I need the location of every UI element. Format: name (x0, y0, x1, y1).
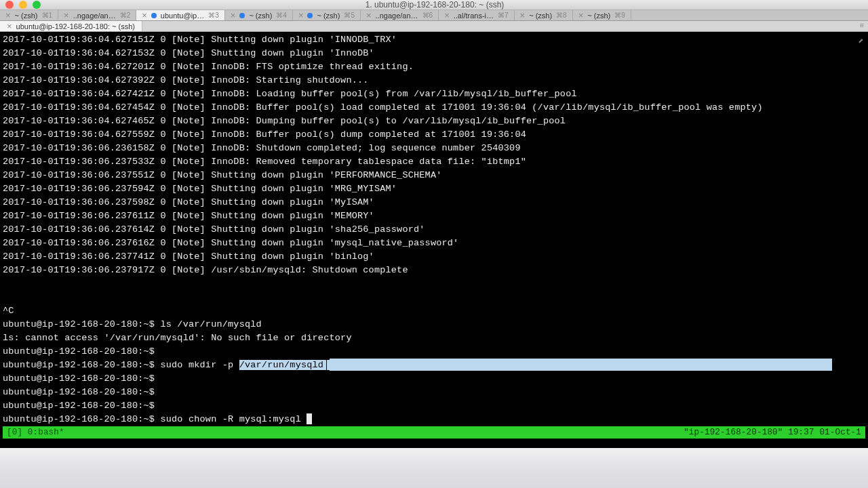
terminal-line (3, 291, 865, 304)
tab-shortcut: ⌘9 (614, 12, 625, 19)
terminal-line: 2017-10-01T19:36:06.237594Z 0 [Note] Shu… (3, 182, 865, 196)
terminal-padding (3, 439, 865, 447)
terminal-line: ubuntu@ip-192-168-20-180:~$ (3, 386, 865, 399)
terminal-current-line[interactable]: ubuntu@ip-192-168-20-180:~$ sudo chown -… (3, 413, 865, 426)
sub-tab-active[interactable]: × ubuntu@ip-192-168-20-180: ~ (ssh) (0, 21, 142, 31)
tab-shortcut: ⌘8 (556, 12, 567, 19)
terminal-line: 2017-10-01T19:36:04.627559Z 0 [Note] Inn… (3, 128, 865, 142)
terminal-line: 2017-10-01T19:36:06.237533Z 0 [Note] Inn… (3, 155, 865, 169)
terminal-line: 2017-10-01T19:36:06.237917Z 0 [Note] /us… (3, 264, 865, 277)
tab-shortcut: ⌘2 (120, 12, 131, 19)
terminal-line: 2017-10-01T19:36:04.627465Z 0 [Note] Inn… (3, 115, 865, 128)
activity-dot-icon (151, 13, 157, 18)
close-icon[interactable]: × (5, 10, 11, 20)
status-left: [0] 0:bash* (7, 426, 64, 439)
tab-label: ~ (zsh) (15, 12, 38, 20)
window-title: 1. ubuntu@ip-192-168-20-180: ~ (ssh) (7, 0, 863, 9)
terminal-line: 2017-10-01T19:36:06.237614Z 0 [Note] Shu… (3, 223, 865, 237)
tab-shortcut: ⌘6 (422, 12, 433, 19)
tab-label: ~ (zsh) (249, 12, 272, 20)
terminal-line: 2017-10-01T19:36:06.237598Z 0 [Note] Shu… (3, 196, 865, 209)
close-icon[interactable]: × (366, 10, 372, 20)
terminal-line: 2017-10-01T19:36:06.237616Z 0 [Note] Shu… (3, 237, 865, 250)
more-icon[interactable]: ≡ (856, 21, 868, 31)
terminal-tab-5[interactable]: ×~ (zsh)⌘5 (293, 10, 361, 20)
terminal-line: 2017-10-01T19:36:06.237741Z 0 [Note] Shu… (3, 250, 865, 264)
selected-text: /var/run/mysqld (239, 360, 324, 370)
tab-label: ubuntu@ip… (161, 12, 204, 20)
terminal-line: ubuntu@ip-192-168-20-180:~$ (3, 372, 865, 386)
terminal-line: 2017-10-01T19:36:06.237551Z 0 [Note] Shu… (3, 169, 865, 182)
tab-label: ~ (zsh) (529, 12, 552, 20)
tab-label: ..ngage/an… (73, 12, 116, 20)
open-external-icon[interactable]: ⬈ (858, 35, 864, 48)
terminal-line: ubuntu@ip-192-168-20-180:~$ ls /var/run/… (3, 318, 865, 331)
terminal-line: 2017-10-01T19:36:04.627151Z 0 [Note] Shu… (3, 33, 865, 47)
terminal-tab-9[interactable]: ×~ (zsh)⌘9 (573, 10, 631, 20)
close-icon[interactable]: × (142, 10, 147, 20)
activity-dot-icon (239, 13, 245, 18)
terminal-tab-6[interactable]: ×..ngage/an…⌘6 (361, 10, 439, 20)
terminal-line: 2017-10-01T19:36:04.627454Z 0 [Note] Inn… (3, 101, 865, 115)
current-command-text: ubuntu@ip-192-168-20-180:~$ sudo chown -… (3, 414, 307, 424)
tab-shortcut: ⌘7 (498, 12, 509, 19)
title-bar: 1. ubuntu@ip-192-168-20-180: ~ (ssh) (0, 0, 868, 10)
terminal-tab-1[interactable]: ×~ (zsh)⌘1 (0, 10, 58, 20)
close-icon[interactable]: × (578, 10, 584, 20)
tab-label: ..al/trans-i… (454, 12, 494, 20)
tab-shortcut: ⌘1 (42, 12, 53, 19)
tab-strip: ×~ (zsh)⌘1×..ngage/an…⌘2×ubuntu@ip…⌘3×~ … (0, 10, 868, 21)
terminal-line (3, 277, 865, 291)
terminal-line: ubuntu@ip-192-168-20-180:~$ (3, 399, 865, 413)
terminal-line: 2017-10-01T19:36:04.627153Z 0 [Note] Shu… (3, 47, 865, 60)
sub-tab-spacer (142, 21, 856, 31)
selection-trail (330, 359, 833, 371)
prompt-text: ubuntu@ip-192-168-20-180:~$ sudo mkdir -… (3, 360, 239, 370)
block-cursor (307, 413, 312, 424)
terminal-line: 2017-10-01T19:36:06.237611Z 0 [Note] Shu… (3, 209, 865, 223)
tab-label: ..ngage/an… (376, 12, 418, 20)
status-right: "ip-192-168-20-180" 19:37 01-Oct-1 (684, 426, 861, 439)
terminal-line: 2017-10-01T19:36:04.627421Z 0 [Note] Inn… (3, 87, 865, 101)
close-icon[interactable]: × (444, 10, 450, 20)
close-icon[interactable]: × (7, 21, 12, 31)
tab-shortcut: ⌘3 (208, 12, 219, 19)
tab-label: ~ (zsh) (317, 12, 340, 20)
terminal-line: ubuntu@ip-192-168-20-180:~$ (3, 345, 865, 359)
terminal-output[interactable]: ⬈ 2017-10-01T19:36:04.627151Z 0 [Note] S… (0, 32, 868, 448)
close-icon[interactable]: × (231, 10, 236, 20)
close-icon[interactable]: × (64, 10, 69, 20)
terminal-line: ^C (3, 304, 865, 318)
sub-tab-label: ubuntu@ip-192-168-20-180: ~ (ssh) (16, 22, 135, 30)
terminal-tab-2[interactable]: ×..ngage/an…⌘2 (58, 10, 136, 20)
dock-area (0, 447, 868, 488)
terminal-tab-8[interactable]: ×~ (zsh)⌘8 (515, 10, 573, 20)
tmux-status-bar: [0] 0:bash* "ip-192-168-20-180" 19:37 01… (3, 426, 865, 439)
text-cursor: │ (323, 360, 329, 370)
terminal-tab-7[interactable]: ×..al/trans-i…⌘7 (439, 10, 514, 20)
terminal-window: 1. ubuntu@ip-192-168-20-180: ~ (ssh) ×~ … (0, 0, 868, 447)
terminal-line: ls: cannot access '/var/run/mysqld': No … (3, 331, 865, 345)
terminal-line-selected: ubuntu@ip-192-168-20-180:~$ sudo mkdir -… (3, 359, 865, 372)
activity-dot-icon (307, 13, 313, 18)
tab-shortcut: ⌘5 (344, 12, 355, 19)
sub-tab-strip: × ubuntu@ip-192-168-20-180: ~ (ssh) ≡ (0, 21, 868, 32)
close-icon[interactable]: × (520, 10, 526, 20)
terminal-tab-3[interactable]: ×ubuntu@ip…⌘3 (136, 10, 225, 20)
tab-shortcut: ⌘4 (276, 12, 287, 19)
tab-label: ~ (zsh) (587, 12, 610, 20)
terminal-line: 2017-10-01T19:36:04.627201Z 0 [Note] Inn… (3, 60, 865, 74)
terminal-line: 2017-10-01T19:36:06.236158Z 0 [Note] Inn… (3, 142, 865, 155)
terminal-line: 2017-10-01T19:36:04.627392Z 0 [Note] Inn… (3, 74, 865, 87)
close-icon[interactable]: × (298, 10, 304, 20)
terminal-tab-4[interactable]: ×~ (zsh)⌘4 (225, 10, 293, 20)
